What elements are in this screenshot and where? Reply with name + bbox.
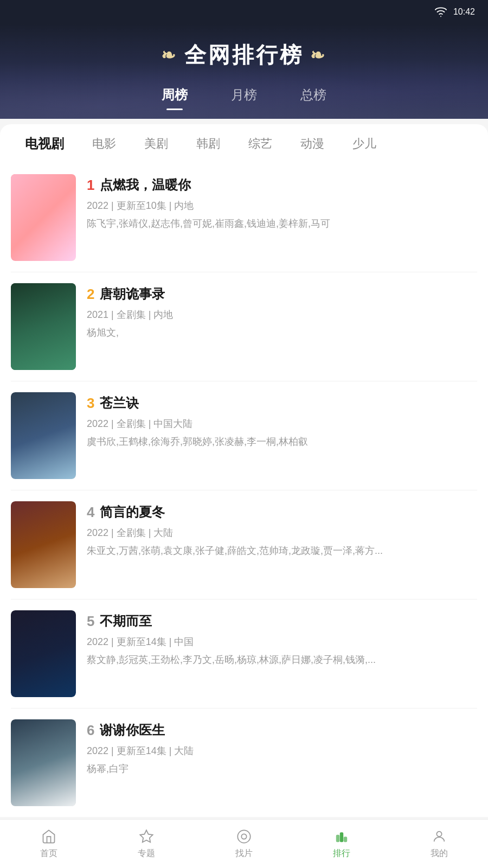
item-title: 苍兰诀 bbox=[100, 394, 139, 412]
svg-marker-0 bbox=[140, 830, 152, 842]
item-info-5: 5 不期而至 2022 | 更新至14集 | 中国 蔡文静,彭冠英,王劲松,李乃… bbox=[87, 610, 477, 667]
rank-number: 3 bbox=[87, 395, 94, 412]
nav-topic-label: 专题 bbox=[138, 848, 155, 859]
rank-number: 5 bbox=[87, 613, 94, 630]
wifi-icon bbox=[435, 6, 447, 18]
bottom-nav: 首页 专题 找片 排行 我的 bbox=[0, 819, 488, 868]
item-cast: 杨幂,白宇 bbox=[87, 762, 477, 776]
nav-rank[interactable]: 排行 bbox=[333, 828, 350, 859]
nav-mine-label: 我的 bbox=[431, 848, 448, 859]
leaf-right-icon: ❧ bbox=[310, 45, 327, 66]
item-poster-3 bbox=[11, 392, 76, 479]
category-bar: 电视剧 电影 美剧 韩剧 综艺 动漫 少儿 bbox=[0, 124, 488, 163]
home-icon bbox=[41, 828, 57, 845]
svg-point-6 bbox=[436, 832, 441, 837]
list-item[interactable]: 5 不期而至 2022 | 更新至14集 | 中国 蔡文静,彭冠英,王劲松,李乃… bbox=[11, 599, 477, 709]
tab-total[interactable]: 总榜 bbox=[300, 86, 326, 108]
category-anime[interactable]: 动漫 bbox=[286, 124, 338, 163]
item-meta: 2021 | 全剧集 | 内地 bbox=[87, 308, 477, 321]
category-movie[interactable]: 电影 bbox=[78, 124, 130, 163]
list-item[interactable]: 3 苍兰诀 2022 | 全剧集 | 中国大陆 虞书欣,王鹤棣,徐海乔,郭晓婷,… bbox=[11, 381, 477, 490]
item-info-3: 3 苍兰诀 2022 | 全剧集 | 中国大陆 虞书欣,王鹤棣,徐海乔,郭晓婷,… bbox=[87, 392, 477, 449]
item-info-6: 6 谢谢你医生 2022 | 更新至14集 | 大陆 杨幂,白宇 bbox=[87, 719, 477, 776]
item-meta: 2022 | 更新至14集 | 大陆 bbox=[87, 744, 477, 757]
search-circle-icon bbox=[236, 828, 252, 845]
item-title: 不期而至 bbox=[100, 612, 152, 630]
period-tabs: 周榜 月榜 总榜 bbox=[0, 70, 488, 119]
nav-find-label: 找片 bbox=[235, 848, 253, 859]
status-bar: 10:42 bbox=[0, 0, 488, 24]
category-variety[interactable]: 综艺 bbox=[234, 124, 286, 163]
nav-find[interactable]: 找片 bbox=[235, 828, 253, 859]
item-cast: 虞书欣,王鹤棣,徐海乔,郭晓婷,张凌赫,李一桐,林柏叡 bbox=[87, 435, 477, 449]
item-poster-2 bbox=[11, 283, 76, 370]
item-meta: 2022 | 全剧集 | 大陆 bbox=[87, 526, 477, 539]
rank-number: 2 bbox=[87, 286, 94, 303]
header-title: ❧ 全网排行榜 ❧ bbox=[0, 40, 488, 70]
item-info-4: 4 简言的夏冬 2022 | 全剧集 | 大陆 朱亚文,万茜,张萌,袁文康,张子… bbox=[87, 501, 477, 558]
item-cast: 陈飞宇,张靖仪,赵志伟,曾可妮,崔雨鑫,钱迪迪,姜梓新,马可 bbox=[87, 216, 477, 231]
tab-monthly[interactable]: 月榜 bbox=[231, 86, 257, 108]
nav-rank-label: 排行 bbox=[333, 848, 350, 859]
item-poster-6 bbox=[11, 719, 76, 806]
item-poster-5 bbox=[11, 610, 76, 697]
svg-rect-3 bbox=[337, 835, 339, 842]
category-kids[interactable]: 少儿 bbox=[338, 124, 390, 163]
item-poster-4 bbox=[11, 501, 76, 588]
item-title: 唐朝诡事录 bbox=[100, 285, 165, 303]
item-title: 简言的夏冬 bbox=[100, 503, 165, 521]
svg-point-1 bbox=[237, 830, 250, 843]
header: ❧ 全网排行榜 ❧ 周榜 月榜 总榜 bbox=[0, 24, 488, 119]
rank-number: 6 bbox=[87, 722, 94, 739]
status-time: 10:42 bbox=[453, 7, 475, 17]
rank-icon bbox=[333, 828, 350, 845]
item-cast: 朱亚文,万茜,张萌,袁文康,张子健,薛皓文,范帅琦,龙政璇,贾一泽,蒋方... bbox=[87, 544, 477, 558]
category-tv[interactable]: 电视剧 bbox=[11, 124, 78, 163]
category-us[interactable]: 美剧 bbox=[130, 124, 182, 163]
nav-mine[interactable]: 我的 bbox=[431, 828, 448, 859]
content-list: 1 点燃我，温暖你 2022 | 更新至10集 | 内地 陈飞宇,张靖仪,赵志伟… bbox=[0, 163, 488, 817]
tab-weekly[interactable]: 周榜 bbox=[162, 86, 188, 108]
item-title: 谢谢你医生 bbox=[100, 722, 165, 739]
rank-number: 4 bbox=[87, 504, 94, 521]
list-item[interactable]: 6 谢谢你医生 2022 | 更新至14集 | 大陆 杨幂,白宇 bbox=[11, 709, 477, 817]
item-cast: 杨旭文, bbox=[87, 326, 477, 340]
svg-rect-4 bbox=[341, 833, 343, 841]
svg-rect-5 bbox=[344, 837, 347, 841]
item-info-2: 2 唐朝诡事录 2021 | 全剧集 | 内地 杨旭文, bbox=[87, 283, 477, 340]
item-poster-1 bbox=[11, 174, 76, 261]
category-kr[interactable]: 韩剧 bbox=[182, 124, 234, 163]
leaf-left-icon: ❧ bbox=[161, 45, 178, 66]
item-meta: 2022 | 全剧集 | 中国大陆 bbox=[87, 417, 477, 430]
nav-home[interactable]: 首页 bbox=[40, 828, 57, 859]
list-item[interactable]: 1 点燃我，温暖你 2022 | 更新至10集 | 内地 陈飞宇,张靖仪,赵志伟… bbox=[11, 163, 477, 272]
rank-number: 1 bbox=[87, 177, 94, 194]
item-meta: 2022 | 更新至14集 | 中国 bbox=[87, 635, 477, 648]
item-meta: 2022 | 更新至10集 | 内地 bbox=[87, 199, 477, 212]
item-title: 点燃我，温暖你 bbox=[100, 176, 191, 194]
nav-home-label: 首页 bbox=[40, 848, 57, 859]
nav-topic[interactable]: 专题 bbox=[138, 828, 155, 859]
list-item[interactable]: 2 唐朝诡事录 2021 | 全剧集 | 内地 杨旭文, bbox=[11, 272, 477, 381]
compass-icon bbox=[138, 828, 155, 845]
item-info-1: 1 点燃我，温暖你 2022 | 更新至10集 | 内地 陈飞宇,张靖仪,赵志伟… bbox=[87, 174, 477, 231]
svg-point-2 bbox=[241, 834, 246, 839]
list-item[interactable]: 4 简言的夏冬 2022 | 全剧集 | 大陆 朱亚文,万茜,张萌,袁文康,张子… bbox=[11, 490, 477, 599]
item-cast: 蔡文静,彭冠英,王劲松,李乃文,岳旸,杨琼,林源,萨日娜,凌子桐,钱漪,... bbox=[87, 653, 477, 667]
user-icon bbox=[431, 828, 447, 845]
